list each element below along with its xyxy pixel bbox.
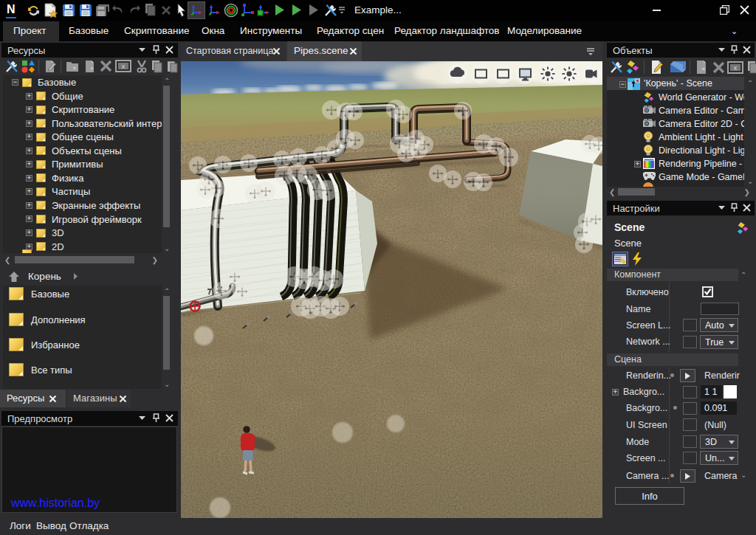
svg-text:x: x — [122, 63, 126, 70]
svg-text:x: x — [734, 64, 738, 72]
